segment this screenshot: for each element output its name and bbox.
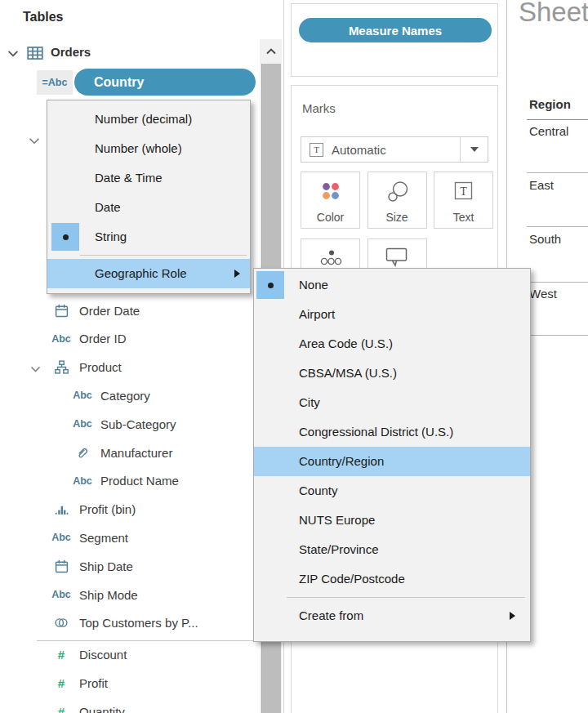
field-item-order-id[interactable]: AbcOrder ID: [51, 327, 127, 351]
submenu-arrow-icon: [510, 612, 515, 620]
menu-item-label: Create from: [299, 608, 363, 622]
geo-submenu-item-congressional-district-u-s[interactable]: Congressional District (U.S.): [254, 417, 530, 447]
field-item-sub-category[interactable]: AbcSub-Category: [72, 412, 176, 436]
geo-submenu-item-country-region[interactable]: Country/Region: [254, 447, 530, 476]
menu-item-label: City: [299, 395, 320, 409]
hidden-hierarchy-chevron-icon[interactable]: [28, 135, 41, 145]
menu-item-label: None: [299, 278, 328, 292]
orders-collapse-chevron-icon[interactable]: [7, 47, 20, 58]
row-header-central[interactable]: Central: [529, 124, 568, 138]
color-button[interactable]: Color: [301, 172, 360, 229]
marks-button-label: Color: [301, 211, 359, 224]
row-rule: [527, 282, 588, 283]
field-item-manufacturer[interactable]: Manufacturer: [72, 440, 172, 465]
geo-submenu-item-zip-code-postcode[interactable]: ZIP Code/Postcode: [254, 564, 530, 594]
field-item-segment[interactable]: AbcSegment: [51, 525, 128, 550]
sets-icon: [51, 616, 72, 630]
abc-icon: Abc: [72, 418, 93, 430]
marks-button-label: Text: [434, 211, 492, 224]
geo-submenu-item-cbsa-msa-u-s[interactable]: CBSA/MSA (U.S.): [254, 359, 530, 388]
field-item-profit[interactable]: #Profit: [51, 671, 108, 695]
field-item-profit-bin[interactable]: Profit (bin): [51, 497, 136, 522]
geo-submenu-item-nuts-europe[interactable]: NUTS Europe: [254, 506, 530, 535]
hierarchy-icon: [51, 360, 72, 374]
field-item-quantity[interactable]: #Quantity: [51, 699, 125, 713]
field-label: Sub-Category: [100, 417, 176, 431]
geo-submenu-item-state-province[interactable]: State/Province: [254, 535, 530, 564]
field-item-top-customers-by-p[interactable]: Top Customers by P...: [51, 611, 198, 635]
histogram-icon: [51, 502, 72, 516]
row-header-west[interactable]: West: [529, 287, 557, 301]
menu-item-label: String: [95, 229, 127, 243]
abc-icon: Abc: [72, 390, 93, 401]
paperclip-icon: [72, 446, 93, 459]
menu-item-label: ZIP Code/Postcode: [299, 572, 405, 586]
geo-submenu-item-county[interactable]: County: [254, 476, 530, 506]
ctx-menu-item-number-whole[interactable]: Number (whole): [47, 134, 250, 163]
geo-submenu-item-city[interactable]: City: [254, 388, 530, 417]
field-item-product-name[interactable]: AbcProduct Name: [72, 469, 179, 493]
hash-icon: #: [51, 648, 72, 662]
field-label: Quantity: [79, 705, 125, 713]
scrollbar-up-icon[interactable]: [260, 39, 282, 64]
mark-type-dropdown[interactable]: T Automatic: [301, 136, 488, 163]
geo-submenu-separator: [254, 594, 530, 601]
tables-pane-title: Tables: [23, 10, 64, 25]
field-label: Manufacturer: [100, 446, 172, 460]
field-label: Segment: [79, 531, 128, 545]
field-label: Discount: [79, 648, 127, 662]
field-item-discount[interactable]: #Discount: [51, 643, 127, 667]
field-item-category[interactable]: AbcCategory: [72, 383, 150, 408]
row-header-south[interactable]: South: [529, 232, 561, 246]
automatic-mark-icon: T: [310, 143, 323, 157]
ctx-menu-item-date-time[interactable]: Date & Time: [47, 163, 250, 193]
menu-item-label: Date & Time: [95, 171, 163, 185]
row-rule: [527, 226, 588, 227]
svg-text:T: T: [460, 185, 467, 198]
field-label: Order Date: [79, 304, 140, 318]
geo-submenu-item-area-code-u-s[interactable]: Area Code (U.S.): [254, 329, 530, 359]
menu-item-label: County: [299, 484, 338, 497]
field-label: Profit (bin): [79, 502, 136, 516]
menu-item-label: State/Province: [299, 542, 379, 556]
selected-radio-icon: [256, 271, 284, 299]
abc-icon: Abc: [72, 475, 93, 487]
field-item-ship-date[interactable]: Ship Date: [51, 554, 133, 578]
field-item-order-date[interactable]: Order Date: [51, 298, 140, 323]
calendar-icon: [51, 559, 72, 573]
field-pill-country[interactable]: Country: [74, 69, 256, 96]
geo-submenu-item-none[interactable]: None: [254, 270, 530, 300]
size-button[interactable]: Size: [368, 172, 427, 229]
menu-item-label: Area Code (U.S.): [299, 336, 393, 350]
menu-item-label: Country/Region: [299, 454, 384, 468]
table-item-orders[interactable]: Orders: [51, 45, 91, 59]
ctx-menu-item-string[interactable]: String: [47, 222, 250, 252]
color-icon: [301, 180, 359, 202]
geo-submenu-item-airport[interactable]: Airport: [254, 300, 530, 329]
row-header-east[interactable]: East: [529, 178, 554, 192]
submenu-arrow-icon: [234, 270, 240, 278]
menu-item-label: CBSA/MSA (U.S.): [299, 366, 397, 380]
field-label: Order ID: [79, 332, 127, 345]
menu-item-label: Airport: [299, 307, 335, 321]
row-rule: [527, 172, 588, 173]
table-grid-icon: [27, 46, 43, 64]
expand-chevron-icon[interactable]: [29, 363, 42, 373]
field-label: Top Customers by P...: [79, 616, 198, 630]
mark-type-caret-button[interactable]: [460, 137, 488, 162]
measure-names-pill[interactable]: Measure Names: [299, 18, 492, 42]
field-label: Category: [100, 389, 150, 403]
field-item-product[interactable]: Product: [51, 355, 122, 380]
row-rule: [527, 335, 588, 336]
ctx-menu-item-geographic-role[interactable]: Geographic Role: [47, 259, 250, 288]
field-item-ship-mode[interactable]: AbcShip Mode: [51, 582, 138, 607]
geo-submenu-item-create-from[interactable]: Create from: [254, 601, 530, 631]
menu-item-label: NUTS Europe: [299, 513, 375, 527]
region-column-header[interactable]: Region: [529, 97, 571, 111]
menu-item-label: Date: [95, 200, 121, 214]
ctx-menu-item-date[interactable]: Date: [47, 193, 250, 222]
ctx-menu-item-number-decimal[interactable]: Number (decimal): [47, 105, 250, 134]
abc-icon: Abc: [51, 532, 72, 543]
text-button[interactable]: TText: [434, 172, 493, 229]
menu-item-label: Number (whole): [95, 141, 182, 155]
